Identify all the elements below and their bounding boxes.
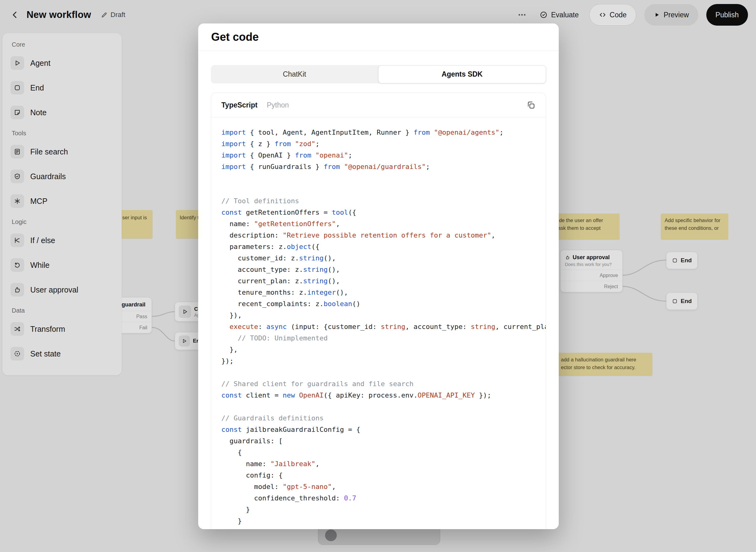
code-line [221,401,546,412]
code-line: ] [221,527,546,529]
code-panel: TypeScriptPython import { tool, Agent, A… [211,93,546,529]
code-line: const getRetentionOffers = tool({ [221,206,546,218]
code-line: { [221,447,546,458]
code-line: } [221,504,546,515]
copy-code-button[interactable] [524,98,538,112]
tab-agents-sdk[interactable]: Agents SDK [378,65,546,84]
code-line: parameters: z.object({ [221,241,546,252]
code-line: customer_id: z.string(), [221,252,546,264]
code-line: const client = new OpenAI({ apiKey: proc… [221,390,546,401]
code-line [221,184,546,195]
code-line: guardrails: [ [221,435,546,447]
code-line: import { OpenAI } from "openai"; [221,149,546,161]
code-line: } [221,515,546,527]
code-line: import { tool, Agent, AgentInputItem, Ru… [221,127,546,138]
get-code-modal: Get code ChatKitAgents SDK TypeScriptPyt… [198,23,559,529]
code-line: recent_complaints: z.boolean() [221,298,546,309]
code-line: confidence_threshold: 0.7 [221,493,546,504]
code-line: execute: async (input: {customer_id: str… [221,321,546,332]
code-line: // TODO: Unimplemented [221,332,546,344]
code-line: }), [221,309,546,321]
modal-title: Get code [211,31,259,43]
code-line: import { runGuardrails } from "@openai/g… [221,161,546,172]
language-tabs: TypeScriptPython [221,101,289,109]
code-line [221,367,546,378]
export-target-tabs: ChatKitAgents SDK [211,65,546,84]
code-line: }, [221,344,546,355]
code-line: // Shared client for guardrails and file… [221,378,546,390]
code-line: // Tool definitions [221,195,546,206]
code-line: config: { [221,469,546,481]
code-line: }); [221,355,546,367]
code-line: import { z } from "zod"; [221,138,546,149]
code-line: // Guardrails definitions [221,412,546,424]
code-line: name: "Jailbreak", [221,458,546,469]
tab-chatkit[interactable]: ChatKit [211,65,378,84]
language-tab-python[interactable]: Python [267,101,289,109]
code-line: description: "Retrieve possible retentio… [221,230,546,241]
language-tab-typescript[interactable]: TypeScript [221,101,257,109]
code-editor[interactable]: import { tool, Agent, AgentInputItem, Ru… [211,117,546,529]
code-line: tenure_months: z.integer(), [221,287,546,298]
code-line: current_plan: z.string(), [221,275,546,287]
copy-icon [526,100,536,110]
code-line [221,172,546,184]
code-line: account_type: z.string(), [221,264,546,275]
code-line: name: "getRetentionOffers", [221,218,546,230]
code-line: model: "gpt-5-nano", [221,481,546,493]
code-line: const jailbreakGuardrailConfig = { [221,424,546,435]
